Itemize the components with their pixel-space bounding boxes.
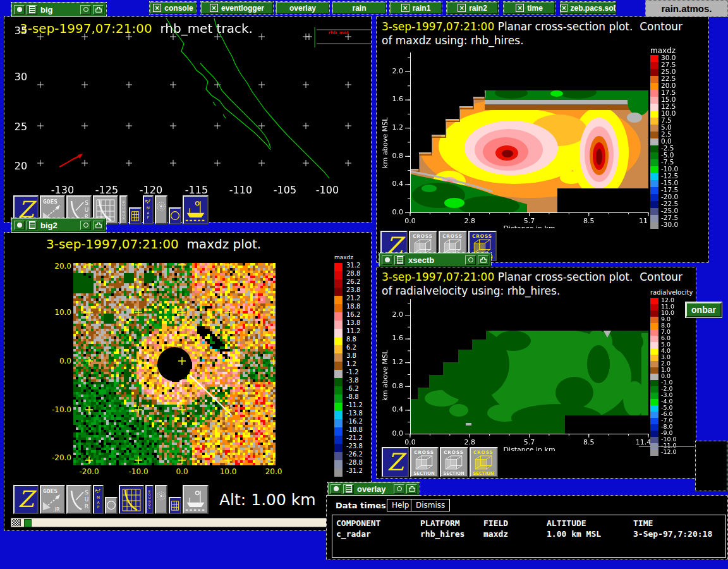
colorbar-cell xyxy=(650,304,658,310)
window-menu-button[interactable] xyxy=(382,255,392,265)
window-iconify-button[interactable] xyxy=(478,255,488,265)
circle-button[interactable] xyxy=(169,207,181,224)
range-rings-icon xyxy=(156,197,166,223)
taskbar-button-rain2[interactable]: ×rain2 xyxy=(447,2,498,14)
map-button[interactable]: MAP xyxy=(143,195,154,224)
colorbar-cell xyxy=(650,348,658,355)
taskbar-button-zeb.pacs.sol[interactable]: ×zeb.pacs.sol xyxy=(561,2,616,14)
xsect-maxdz-canvas[interactable] xyxy=(380,52,652,228)
taskbar-button-rain1[interactable]: ×rain1 xyxy=(390,2,442,14)
dot-icon xyxy=(17,7,22,12)
plot-time: 3-sep-1997,07:21:00 xyxy=(382,20,494,33)
colorbar-label: 23.8 xyxy=(346,286,360,293)
range-rings-button[interactable] xyxy=(155,485,167,514)
colorbar-cell xyxy=(650,424,658,431)
colorbar-cell xyxy=(650,399,658,405)
grid-button[interactable] xyxy=(129,207,142,224)
cross-section-button-1[interactable]: CROSSSECTION xyxy=(410,447,439,477)
cross-section-button-2[interactable]: CROSSSECTION xyxy=(440,447,468,477)
taskbar-button-time[interactable]: ×time xyxy=(504,2,555,14)
window-shade-button[interactable] xyxy=(394,484,404,494)
radar-ppi-canvas[interactable] xyxy=(73,263,276,465)
circle-button[interactable] xyxy=(105,497,118,514)
window-xsect-maxdz: 3-sep-1997,07:21:00 Planar cross-section… xyxy=(376,16,709,263)
zebra-logo-button[interactable]: Z xyxy=(13,485,39,514)
colorbar-cell xyxy=(334,345,343,353)
tick-label: -20.0 xyxy=(79,467,99,476)
window-menu-button[interactable] xyxy=(14,5,25,15)
window-doc-button[interactable] xyxy=(343,484,354,494)
surveillance-button[interactable]: SUR xyxy=(66,485,92,514)
colorbar-cell xyxy=(650,393,658,399)
range-rings-button[interactable] xyxy=(155,195,167,224)
colorbar-cell xyxy=(650,187,658,194)
svg-text:CROSS: CROSS xyxy=(444,450,464,455)
window-doc-button[interactable] xyxy=(394,255,405,265)
dismiss-button[interactable]: Dismiss xyxy=(411,499,450,511)
window-shade-button[interactable] xyxy=(465,255,476,265)
window-menu-button[interactable] xyxy=(14,221,25,230)
colorbar-title: radialvelocity xyxy=(650,289,693,296)
svg-text:P: P xyxy=(147,216,150,219)
colorbar-cell xyxy=(650,69,658,76)
colorbar-cell xyxy=(650,125,658,132)
tick-label: 20.0 xyxy=(265,467,282,476)
taskbar-button-overlay[interactable]: overlay xyxy=(276,2,329,14)
colorbar-cell xyxy=(334,288,343,296)
goes-ir-button[interactable]: GOES.IR xyxy=(40,485,65,514)
taskbar-button-eventlogger[interactable]: ×eventlogger xyxy=(201,2,273,14)
window-doc-button[interactable] xyxy=(27,221,37,230)
taskbar-button-rain[interactable]: rain xyxy=(332,2,386,14)
zebra-logo-button[interactable]: Z xyxy=(382,447,409,477)
window-menu-button[interactable] xyxy=(331,484,341,494)
grid-radar-button[interactable] xyxy=(119,485,144,514)
tick-label: 20 xyxy=(15,160,27,172)
tick-label: 30 xyxy=(15,71,27,83)
colorbar-cell xyxy=(650,329,658,336)
svg-text:S: S xyxy=(123,216,124,220)
window-iconify-button[interactable] xyxy=(93,221,104,230)
goes-satellite-icon: GOES.IR xyxy=(41,486,64,513)
window-iconify-button[interactable] xyxy=(406,484,417,494)
window-doc-button[interactable] xyxy=(27,5,37,15)
toolbar: ZCROSSSECTIONCROSSSECTIONCROSSSECTION xyxy=(382,447,498,477)
window-iconify-button[interactable] xyxy=(93,5,104,15)
colorbar-cell xyxy=(650,310,658,317)
overlay-body: Data times for big2 Help Dismiss COMPONE… xyxy=(326,495,728,560)
colorbar-cell xyxy=(334,452,343,460)
bounds-button[interactable]: BOUNDS xyxy=(119,195,128,224)
scrollbar-anchor[interactable] xyxy=(12,519,21,526)
taskbar-button-label: overlay xyxy=(289,4,316,13)
plot-time: 3-sep-1997,07:21:00 xyxy=(46,236,179,252)
svg-text:P: P xyxy=(97,505,100,509)
colorbar-label: 8.8 xyxy=(346,336,356,343)
window-shade-button[interactable] xyxy=(80,221,91,230)
svg-text:U: U xyxy=(85,496,89,503)
scrollbar-thumb[interactable] xyxy=(24,519,32,527)
colorbar-cell xyxy=(650,336,658,342)
tick-label: -110 xyxy=(229,184,252,196)
map-button[interactable]: MAP xyxy=(93,485,104,514)
help-button[interactable]: Help xyxy=(387,499,414,511)
horizontal-scrollbar[interactable] xyxy=(11,518,367,527)
plot-title: 3-sep-1997,07:21:00 rhb_met track. xyxy=(20,21,253,36)
xsect-radialvelocity-canvas[interactable] xyxy=(380,299,656,451)
colorbar-label: -21.2 xyxy=(346,434,363,441)
svg-text:CROSS: CROSS xyxy=(442,233,463,239)
tick-label: -130 xyxy=(51,184,74,196)
colorbar-cell xyxy=(650,437,658,443)
taskbar-button-console[interactable]: ×console xyxy=(150,2,197,14)
grid-button[interactable] xyxy=(169,497,181,514)
bounds-button[interactable]: BOUNDS xyxy=(145,485,154,514)
ship-button[interactable] xyxy=(183,195,209,224)
svg-text:CROSS: CROSS xyxy=(414,450,434,455)
colorbar-cell xyxy=(650,62,658,69)
onbar-button[interactable]: onbar xyxy=(686,302,722,317)
window-shade-button[interactable] xyxy=(80,5,91,15)
colorbar-cell xyxy=(650,201,658,208)
ship-button[interactable] xyxy=(183,485,209,514)
cross-section-button-3[interactable]: CROSSSECTION xyxy=(470,447,498,477)
colorbar-cell xyxy=(334,444,343,452)
colorbar-label: -31.2 xyxy=(346,467,363,474)
colorbar-label: -18.8 xyxy=(346,426,363,433)
